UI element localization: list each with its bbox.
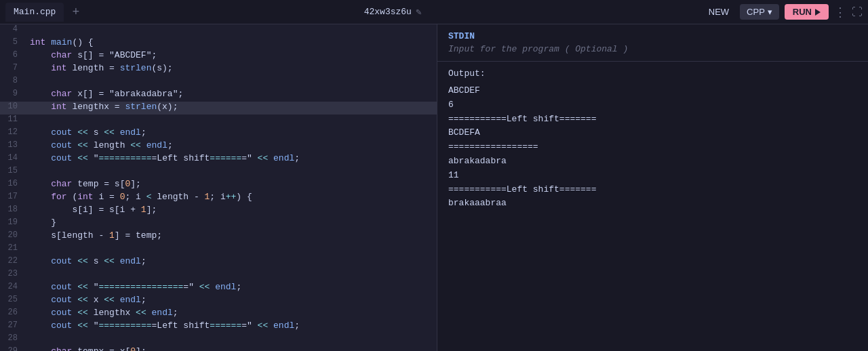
line-code[interactable]: cout << x << endl; — [24, 295, 437, 308]
file-id-text: 42xw3sz6u — [364, 7, 412, 17]
line-number: 23 — [0, 269, 24, 282]
table-row: 20 s[length - 1] = temp; — [0, 230, 437, 243]
more-options-button[interactable]: ⋮ — [834, 5, 846, 20]
table-row: 24 cout << "=================" << endl; — [0, 282, 437, 295]
new-button[interactable]: NEW — [703, 4, 734, 20]
table-row: 21 — [0, 243, 437, 256]
line-code[interactable]: int length = strlen(s); — [24, 63, 437, 76]
table-row: 7 int length = strlen(s); — [0, 63, 437, 76]
output-panel: STDIN Input for the program ( Optional )… — [437, 24, 868, 351]
line-number: 24 — [0, 282, 24, 295]
table-row: 8 — [0, 76, 437, 89]
line-code[interactable]: cout << "===========Left shift=======" <… — [24, 321, 437, 333]
table-row: 12 cout << s << endl; — [0, 127, 437, 140]
line-code[interactable]: cout << "=================" << endl; — [24, 282, 437, 295]
line-number: 20 — [0, 230, 24, 243]
line-code[interactable] — [24, 166, 437, 179]
line-code[interactable]: char x[] = "abrakadabra"; — [24, 89, 437, 102]
table-row: 11 — [0, 115, 437, 127]
line-code[interactable]: int main() { — [24, 37, 437, 50]
line-number: 26 — [0, 308, 24, 321]
line-number: 29 — [0, 346, 24, 351]
line-number: 7 — [0, 63, 24, 76]
line-number: 16 — [0, 179, 24, 192]
line-code[interactable] — [24, 269, 437, 282]
line-code[interactable]: for (int i = 0; i < length - 1; i++) { — [24, 192, 437, 205]
line-number: 19 — [0, 218, 24, 230]
code-table: 4 5int main() {6 char s[] = "ABCDEF";7 i… — [0, 24, 437, 351]
table-row: 15 — [0, 166, 437, 179]
line-code[interactable]: cout << lengthx << endl; — [24, 308, 437, 321]
file-id-container: 42xw3sz6u ✎ — [364, 6, 422, 18]
line-code[interactable] — [24, 76, 437, 89]
stdin-placeholder[interactable]: Input for the program ( Optional ) — [448, 44, 857, 54]
line-code[interactable] — [24, 333, 437, 346]
table-row: 4 — [0, 24, 437, 37]
line-number: 4 — [0, 24, 24, 37]
line-number: 6 — [0, 50, 24, 63]
line-number: 27 — [0, 321, 24, 333]
line-number: 25 — [0, 295, 24, 308]
table-row: 9 char x[] = "abrakadabra"; — [0, 89, 437, 102]
line-number: 5 — [0, 37, 24, 50]
output-label: Output: — [448, 68, 857, 79]
line-code[interactable]: cout << s << endl; — [24, 127, 437, 140]
language-selector[interactable]: CPP ▾ — [740, 4, 779, 20]
line-code[interactable]: } — [24, 218, 437, 230]
table-row: 23 — [0, 269, 437, 282]
output-section: Output: ABCDEF 6 ===========Left shift==… — [437, 62, 868, 351]
line-code[interactable] — [24, 24, 437, 37]
line-code[interactable]: s[length - 1] = temp; — [24, 230, 437, 243]
chevron-down-icon: ▾ — [768, 7, 772, 17]
table-row: 25 cout << x << endl; — [0, 295, 437, 308]
line-code[interactable]: cout << "===========Left shift=======" <… — [24, 153, 437, 166]
code-panel[interactable]: 4 5int main() {6 char s[] = "ABCDEF";7 i… — [0, 24, 437, 351]
table-row: 19 } — [0, 218, 437, 230]
line-number: 14 — [0, 153, 24, 166]
line-number: 21 — [0, 243, 24, 256]
stdin-section: STDIN Input for the program ( Optional ) — [437, 24, 868, 62]
line-number: 8 — [0, 76, 24, 89]
line-number: 9 — [0, 89, 24, 102]
output-text: ABCDEF 6 ===========Left shift======= BC… — [448, 84, 857, 211]
edit-icon[interactable]: ✎ — [416, 6, 421, 18]
table-row: 14 cout << "===========Left shift=======… — [0, 153, 437, 166]
table-row: 16 char temp = s[0]; — [0, 179, 437, 192]
language-label: CPP — [747, 7, 765, 17]
line-number: 22 — [0, 256, 24, 269]
line-code[interactable] — [24, 243, 437, 256]
main-content: 4 5int main() {6 char s[] = "ABCDEF";7 i… — [0, 24, 868, 351]
table-row: 29 char tempx = x[0]; — [0, 346, 437, 351]
table-row: 6 char s[] = "ABCDEF"; — [0, 50, 437, 63]
line-code[interactable]: cout << s << endl; — [24, 256, 437, 269]
line-code[interactable]: s[i] = s[i + 1]; — [24, 205, 437, 218]
line-number: 28 — [0, 333, 24, 346]
line-number: 13 — [0, 140, 24, 153]
line-number: 11 — [0, 115, 24, 127]
line-code[interactable]: char s[] = "ABCDEF"; — [24, 50, 437, 63]
tab-label: Main.cpp — [14, 7, 56, 17]
line-code[interactable]: char tempx = x[0]; — [24, 346, 437, 351]
top-bar: Main.cpp + 42xw3sz6u ✎ NEW CPP ▾ RUN ⋮ ⛶ — [0, 0, 868, 24]
table-row: 5int main() { — [0, 37, 437, 50]
table-row: 10 int lengthx = strlen(x); — [0, 102, 437, 115]
table-row: 28 — [0, 333, 437, 346]
table-row: 17 for (int i = 0; i < length - 1; i++) … — [0, 192, 437, 205]
table-row: 13 cout << length << endl; — [0, 140, 437, 153]
expand-button[interactable]: ⛶ — [852, 6, 863, 18]
line-number: 10 — [0, 102, 24, 115]
main-tab[interactable]: Main.cpp — [5, 3, 64, 22]
table-row: 18 s[i] = s[i + 1]; — [0, 205, 437, 218]
line-code[interactable]: char temp = s[0]; — [24, 179, 437, 192]
line-code[interactable]: int lengthx = strlen(x); — [24, 102, 437, 115]
run-button[interactable]: RUN — [785, 4, 829, 20]
line-number: 18 — [0, 205, 24, 218]
line-number: 12 — [0, 127, 24, 140]
line-number: 17 — [0, 192, 24, 205]
add-tab-button[interactable]: + — [69, 5, 82, 19]
run-label: RUN — [793, 7, 812, 17]
stdin-label: STDIN — [448, 31, 857, 41]
table-row: 26 cout << lengthx << endl; — [0, 308, 437, 321]
line-code[interactable]: cout << length << endl; — [24, 140, 437, 153]
line-code[interactable] — [24, 115, 437, 127]
